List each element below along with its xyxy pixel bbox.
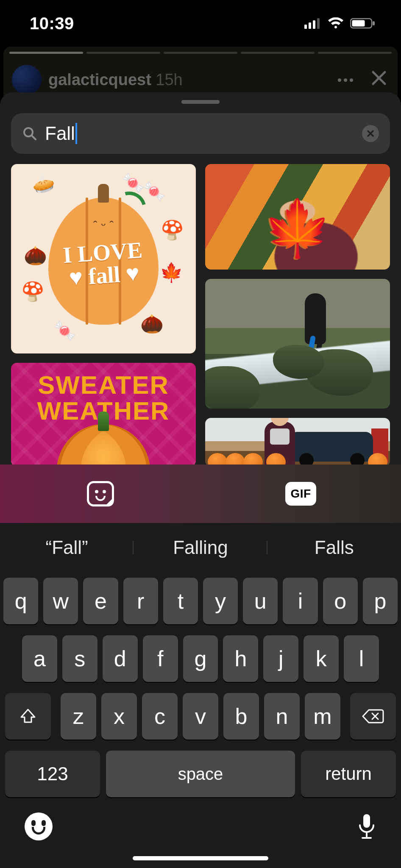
key-g[interactable]: g <box>183 635 218 682</box>
key-p[interactable]: p <box>363 578 398 624</box>
sticker-icon <box>87 481 114 506</box>
key-o[interactable]: o <box>323 578 358 624</box>
status-icons <box>304 17 376 29</box>
key-l[interactable]: l <box>344 635 379 682</box>
svg-line-8 <box>32 136 36 139</box>
acorn-icon: 🌰 <box>140 313 164 335</box>
key-shift[interactable] <box>5 693 51 740</box>
candy-corn-icon: 🍬 <box>53 320 77 342</box>
key-i[interactable]: i <box>283 578 317 624</box>
tab-stickers[interactable] <box>0 465 200 523</box>
candy-corn-icon: 🍬 <box>122 172 145 194</box>
mushroom-icon: 🍄 <box>161 219 184 241</box>
battery-icon <box>350 17 376 29</box>
key-m[interactable]: m <box>305 693 340 740</box>
svg-rect-5 <box>352 20 365 27</box>
key-a[interactable]: a <box>22 635 57 682</box>
hiker-figure <box>305 293 326 344</box>
key-return[interactable]: return <box>301 751 396 797</box>
key-backspace[interactable] <box>350 693 396 740</box>
key-d[interactable]: d <box>103 635 138 682</box>
wifi-icon <box>327 17 344 29</box>
gif-results-grid: 🥧 🍬 🍬 🍄 🍄 🌰 🍁 🌰 🍬 ˆ ᵕ ˆ I LOVE♥ fall ♥ <box>0 154 401 467</box>
gif-result[interactable]: 🥧 🍬 🍬 🍄 🍄 🌰 🍁 🌰 🍬 ˆ ᵕ ˆ I LOVE♥ fall ♥ <box>11 164 196 353</box>
status-time: 10:39 <box>30 14 74 33</box>
dictation-icon[interactable] <box>357 812 376 840</box>
keyboard-suggestions: “Fall” Falling Falls <box>0 523 401 572</box>
suggestion[interactable]: “Fall” <box>0 537 134 558</box>
keyboard-row-2: a s d f g h j k l <box>3 635 398 682</box>
keyboard-row-3: z x c v b n m <box>3 693 398 740</box>
key-numbers[interactable]: 123 <box>5 751 100 797</box>
pumpkin-illustration <box>57 424 150 467</box>
backspace-icon <box>362 708 384 724</box>
pie-icon: 🥧 <box>29 169 57 196</box>
suggestion[interactable]: Falls <box>267 537 401 558</box>
key-h[interactable]: h <box>223 635 258 682</box>
key-q[interactable]: q <box>3 578 38 624</box>
key-w[interactable]: w <box>43 578 78 624</box>
gif-badge: GIF <box>285 482 316 506</box>
svg-rect-1 <box>309 22 311 29</box>
suggestion[interactable]: Falling <box>134 537 267 558</box>
text-cursor <box>75 123 77 144</box>
key-k[interactable]: k <box>304 635 339 682</box>
clear-search-icon[interactable] <box>362 125 379 142</box>
key-n[interactable]: n <box>264 693 300 740</box>
key-f[interactable]: f <box>143 635 178 682</box>
keyboard: “Fall” Falling Falls q w e r t y u i o p… <box>0 523 401 868</box>
candy-corn-icon: 🍬 <box>143 180 166 202</box>
key-x[interactable]: x <box>101 693 137 740</box>
sheet-grabber[interactable] <box>181 100 220 104</box>
home-indicator[interactable] <box>133 856 268 860</box>
gif-result[interactable] <box>205 418 390 467</box>
key-b[interactable]: b <box>223 693 259 740</box>
acorn-icon: 🌰 <box>24 245 47 267</box>
gif-result[interactable]: 🍁 <box>205 164 390 270</box>
gif-result[interactable] <box>205 279 390 409</box>
svg-rect-3 <box>317 18 320 29</box>
keyboard-row-1: q w e r t y u i o p <box>3 578 398 624</box>
tab-gif[interactable]: GIF <box>200 465 401 523</box>
cellular-icon <box>304 18 321 29</box>
status-bar: 10:39 <box>0 0 401 47</box>
key-v[interactable]: v <box>183 693 218 740</box>
key-j[interactable]: j <box>263 635 298 682</box>
gif-result[interactable]: SWEATERWEATHER <box>11 363 196 467</box>
key-r[interactable]: r <box>123 578 158 624</box>
sticker-gif-tabbar: GIF <box>0 465 401 523</box>
shift-icon <box>19 707 37 726</box>
svg-rect-9 <box>363 814 370 828</box>
key-space[interactable]: space <box>106 751 295 797</box>
key-t[interactable]: t <box>163 578 198 624</box>
key-c[interactable]: c <box>142 693 178 740</box>
key-u[interactable]: u <box>243 578 278 624</box>
emoji-keyboard-icon[interactable] <box>25 812 53 840</box>
maple-leaf-icon: 🍁 <box>263 195 332 260</box>
search-value: Fall <box>45 123 354 144</box>
key-y[interactable]: y <box>203 578 238 624</box>
svg-rect-2 <box>313 20 315 29</box>
leaf-icon: 🍁 <box>160 262 183 284</box>
svg-rect-0 <box>304 25 307 29</box>
mushroom-icon: 🍄 <box>21 281 45 303</box>
gif-caption: I LOVE♥ fall ♥ <box>62 239 145 290</box>
keyboard-row-4: 123 space return <box>3 751 398 797</box>
key-z[interactable]: z <box>61 693 96 740</box>
key-e[interactable]: e <box>83 578 118 624</box>
key-s[interactable]: s <box>62 635 97 682</box>
search-icon <box>22 126 37 141</box>
gif-picker-sheet: Fall 🥧 🍬 🍬 🍄 🍄 🌰 🍁 🌰 🍬 ˆ ᵕ ˆ <box>0 92 401 868</box>
search-input[interactable]: Fall <box>11 113 390 154</box>
svg-rect-6 <box>373 21 375 25</box>
